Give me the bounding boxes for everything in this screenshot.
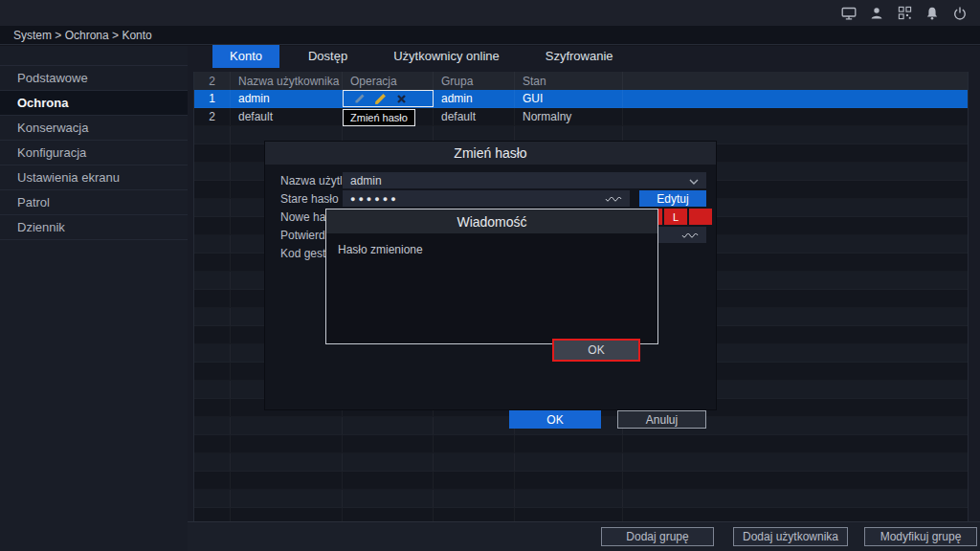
tab-bar: Konto Dostęp Użytkownicy online Szyfrowa… [188, 44, 642, 69]
empty-cell [343, 508, 434, 521]
empty-cell [623, 508, 968, 521]
table-row-empty[interactable] [194, 508, 968, 521]
empty-cell [343, 453, 434, 471]
empty-cell [194, 344, 231, 362]
old-password-value: ●●●●●● [350, 194, 399, 204]
strength-segment-label: L [664, 209, 687, 225]
sidebar: Podstawowe Ochrona Konserwacja Konfigura… [0, 46, 188, 551]
add-user-button[interactable]: Dodaj użytkownika [733, 527, 848, 546]
empty-cell [515, 453, 623, 471]
empty-cell [194, 326, 231, 343]
empty-cell [194, 163, 231, 180]
row-filler [623, 90, 968, 107]
empty-cell [623, 453, 968, 471]
footer-bar: Dodaj grupę Dodaj użytkownika Modyfikuj … [188, 521, 980, 551]
row-group: admin [434, 90, 515, 107]
delete-x-icon[interactable] [395, 93, 408, 105]
tooltip-change-password: Zmień hasło [343, 109, 415, 126]
old-password-label: Stare hasło [280, 192, 343, 206]
row-status: Normalny [515, 108, 623, 125]
breadcrumb: System > Ochrona > Konto [13, 29, 152, 42]
header-count: 2 [194, 72, 231, 90]
old-password-input[interactable]: ●●●●●● [343, 190, 630, 207]
modify-pencil-icon[interactable] [374, 93, 387, 105]
qr-code-icon[interactable] [896, 5, 913, 22]
header-filler [623, 72, 968, 90]
message-text: Hasło zmienione [338, 243, 423, 256]
empty-cell [623, 490, 968, 507]
operation-cell [343, 90, 434, 107]
message-dialog: Wiadomość Hasło zmienione OK [325, 209, 658, 344]
empty-cell [231, 490, 343, 507]
row-username: default [231, 108, 343, 125]
sidebar-item-patrol[interactable]: Patrol [0, 190, 188, 215]
empty-cell [194, 453, 231, 471]
empty-cell [194, 435, 231, 452]
empty-cell [194, 235, 231, 253]
sidebar-item-ustawienia-ekranu[interactable]: Ustawienia ekranu [0, 165, 188, 190]
field-row-old-password: Stare hasło ●●●●●● Edytuj [265, 190, 630, 207]
dialog-ok-button[interactable]: OK [509, 410, 601, 429]
empty-cell [194, 272, 231, 289]
empty-cell [231, 472, 343, 489]
tab-dostep[interactable]: Dostęp [291, 45, 365, 68]
empty-cell [194, 417, 231, 434]
user-icon[interactable] [868, 5, 885, 22]
edit-pencil-icon[interactable] [353, 93, 366, 105]
empty-cell [194, 508, 231, 521]
power-icon[interactable] [951, 5, 969, 22]
dialog-cancel-button[interactable]: Anuluj [617, 410, 706, 429]
message-ok-button[interactable]: OK [552, 339, 640, 362]
table-row-admin[interactable]: 1 admin admin GUI [194, 90, 968, 108]
display-icon[interactable] [840, 5, 858, 22]
row-filler [623, 108, 968, 125]
add-group-button[interactable]: Dodaj grupę [601, 527, 714, 546]
keyboard-icon[interactable] [681, 227, 699, 244]
dialog-title: Zmień hasło [265, 142, 716, 165]
keyboard-icon[interactable] [605, 190, 622, 208]
username-value: admin [350, 174, 382, 187]
table-row-empty[interactable] [194, 453, 968, 472]
empty-cell [194, 126, 231, 143]
empty-cell [194, 308, 231, 325]
empty-cell [515, 508, 623, 521]
sidebar-item-konserwacja[interactable]: Konserwacja [0, 116, 188, 141]
empty-cell [434, 490, 515, 507]
empty-cell [515, 472, 623, 489]
strength-segment [689, 209, 712, 225]
header-username: Nazwa użytkownika [231, 72, 343, 90]
empty-cell [343, 417, 434, 434]
empty-cell [194, 253, 231, 271]
empty-cell [434, 453, 515, 471]
table-row-empty[interactable] [194, 490, 968, 508]
empty-cell [194, 472, 231, 489]
chevron-down-icon [689, 174, 699, 187]
sidebar-item-konfiguracja[interactable]: Konfiguracja [0, 141, 188, 165]
empty-cell [343, 490, 434, 507]
table-row-empty[interactable] [194, 472, 968, 490]
empty-cell [231, 435, 343, 452]
tab-szyfrowanie[interactable]: Szyfrowanie [528, 45, 631, 68]
tab-konto[interactable]: Konto [212, 45, 279, 68]
breadcrumb-bar: System > Ochrona > Konto [0, 26, 980, 45]
header-operation: Operacja [343, 72, 434, 90]
empty-cell [194, 217, 231, 234]
empty-cell [194, 144, 231, 162]
sidebar-item-ochrona[interactable]: Ochrona [0, 91, 188, 116]
empty-cell [194, 199, 231, 216]
header-status: Stan [515, 72, 623, 90]
nvr-settings-screen: System > Ochrona > Konto Podstawowe Ochr… [0, 0, 980, 551]
sidebar-item-podstawowe[interactable]: Podstawowe [0, 66, 188, 91]
empty-cell [434, 417, 515, 434]
field-row-username: Nazwa użytl admin [265, 172, 706, 188]
username-select[interactable]: admin [343, 172, 706, 188]
tab-uzytkownicy-online[interactable]: Użytkownicy online [376, 45, 517, 68]
table-row-empty[interactable] [194, 435, 968, 453]
edit-button[interactable]: Edytuj [639, 190, 706, 207]
empty-cell [434, 472, 515, 489]
sidebar-item-dziennik[interactable]: Dziennik [0, 215, 188, 240]
row-status: GUI [515, 90, 623, 107]
modify-group-button[interactable]: Modyfikuj grupę [864, 527, 977, 546]
alarm-bell-icon[interactable] [924, 5, 941, 22]
table-row-default[interactable]: 2 default default Normalny [194, 108, 968, 126]
